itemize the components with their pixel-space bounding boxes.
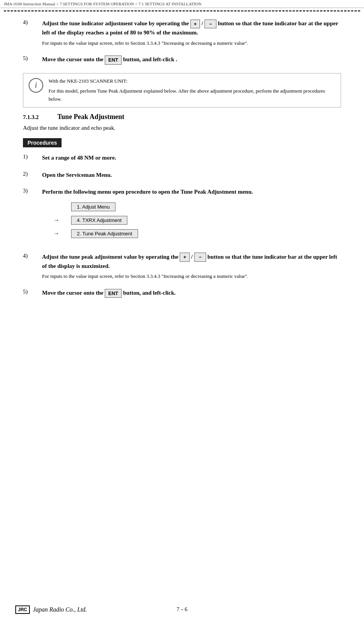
step-5-upper-text: Move the cursor onto the ENT button, and… [42, 55, 341, 64]
step-5-lower: 5) Move the cursor onto the ENT button, … [23, 289, 341, 298]
menu-row-1: 1. Adjust Menu [54, 202, 341, 211]
step-5-upper: 5) Move the cursor onto the ENT button, … [23, 55, 341, 64]
minus-button-upper[interactable]: － [205, 20, 216, 29]
step-1-body: Set a range of 48 NM or more. [42, 153, 341, 162]
info-box-text: With the NKE-2103 SCANNER UNIT: For this… [49, 77, 335, 103]
section-title: Tune Peak Adjustment [57, 113, 124, 121]
menu-navigation: 1. Adjust Menu → 4. TXRX Adjustment → 2.… [54, 202, 341, 238]
plus-button-upper[interactable]: + [190, 20, 200, 29]
menu-arrow-2: → [54, 217, 65, 224]
step-3-num: 3) [23, 188, 42, 194]
info-box-title: With the NKE-2103 SCANNER UNIT: [49, 77, 335, 85]
menu-btn-3[interactable]: 2. Tune Peak Adjustment [71, 229, 138, 238]
menu-btn-1[interactable]: 1. Adjust Menu [71, 202, 115, 211]
step-2-text: Open the Serviceman Menu. [42, 171, 341, 179]
step-4-lower-text: Adjust the tune peak adjustment value by… [42, 253, 341, 271]
info-box: i With the NKE-2103 SCANNER UNIT: For th… [23, 73, 341, 108]
step-5-upper-num: 5) [23, 55, 42, 62]
step-4-upper-num: 4) [23, 19, 42, 26]
ent-button-lower[interactable]: ENT [105, 289, 122, 298]
step-4-lower-note: For inputs to the value input screen, re… [42, 272, 341, 280]
menu-arrow-3: → [54, 230, 65, 237]
step-3-body: Perform the following menu open procedur… [42, 188, 341, 244]
step-3: 3) Perform the following menu open proce… [23, 188, 341, 244]
step-1: 1) Set a range of 48 NM or more. [23, 153, 341, 162]
footer-logo: JRC Japan Radio Co., Ltd. [15, 605, 87, 614]
section-description: Adjust the tune indicator and echo peak. [23, 125, 341, 131]
step-3-text: Perform the following menu open procedur… [42, 188, 341, 196]
step-4-lower-num: 4) [23, 253, 42, 259]
ent-button-upper[interactable]: ENT [105, 55, 122, 65]
step-4-upper-text: Adjust the tune indicator adjustment val… [42, 19, 341, 37]
section-number: 7.1.3.2 [23, 114, 57, 121]
step-1-text: Set a range of 48 NM or more. [42, 153, 341, 162]
step-5-lower-text: Move the cursor onto the ENT button, and… [42, 289, 341, 298]
step-2-num: 2) [23, 171, 42, 177]
info-box-body: For this model, perform Tune Peak Adjust… [49, 87, 335, 103]
menu-row-2: → 4. TXRX Adjustment [54, 216, 341, 225]
minus-button-lower[interactable]: － [194, 253, 206, 262]
page-number: 7－6 [177, 606, 187, 613]
step-1-num: 1) [23, 153, 42, 160]
step-2: 2) Open the Serviceman Menu. [23, 171, 341, 179]
plus-button-lower[interactable]: + [180, 253, 190, 262]
jrc-label: JRC [15, 605, 30, 614]
step-4-lower: 4) Adjust the tune peak adjustment value… [23, 253, 341, 280]
step-4-upper-note: For inputs to the value input screen, re… [42, 39, 341, 47]
breadcrumb: JMA-9100 Instruction Manual > 7.SETTINGS… [0, 0, 364, 8]
procedures-badge: Procedures [23, 138, 62, 147]
step-4-upper-body: Adjust the tune indicator adjustment val… [42, 19, 341, 47]
step-4-lower-body: Adjust the tune peak adjustment value by… [42, 253, 341, 280]
info-icon: i [29, 78, 43, 93]
menu-row-3: → 2. Tune Peak Adjustment [54, 229, 341, 238]
step-5-lower-num: 5) [23, 289, 42, 295]
step-5-lower-body: Move the cursor onto the ENT button, and… [42, 289, 341, 298]
company-name: Japan Radio Co., Ltd. [33, 606, 87, 613]
step-2-body: Open the Serviceman Menu. [42, 171, 341, 179]
section-heading: 7.1.3.2 Tune Peak Adjustment [23, 113, 341, 121]
main-content: 4) Adjust the tune indicator adjustment … [0, 11, 364, 329]
breadcrumb-text: JMA-9100 Instruction Manual > 7.SETTINGS… [4, 2, 202, 6]
step-5-upper-body: Move the cursor onto the ENT button, and… [42, 55, 341, 64]
menu-btn-2[interactable]: 4. TXRX Adjustment [71, 216, 127, 225]
footer: JRC Japan Radio Co., Ltd. 7－6 [0, 606, 364, 613]
step-4-upper: 4) Adjust the tune indicator adjustment … [23, 19, 341, 47]
